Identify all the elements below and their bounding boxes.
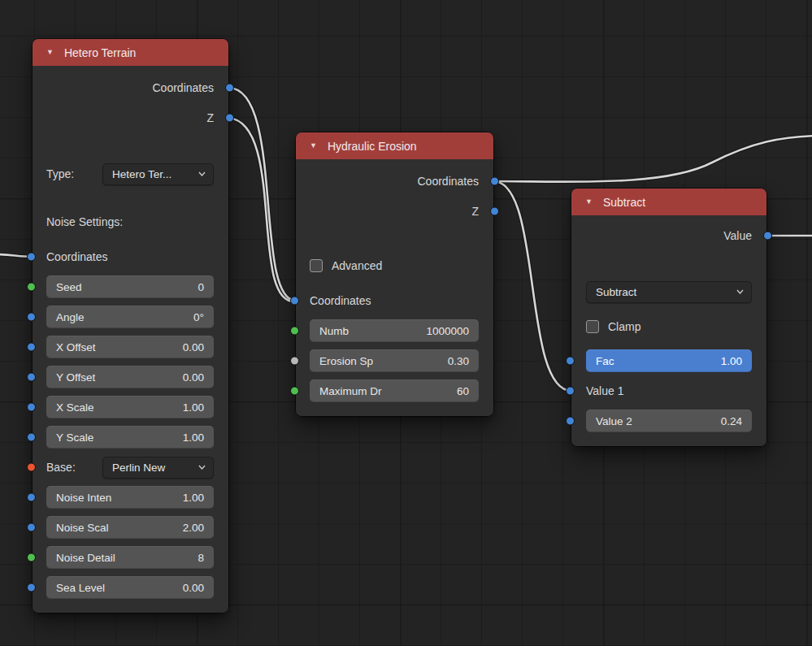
- x-offset-slider[interactable]: X Offset 0.00: [46, 336, 214, 358]
- input-base: Base: Perlin New: [46, 456, 214, 479]
- socket-input-y-scale[interactable]: [27, 433, 36, 442]
- field-value: 8: [198, 552, 204, 564]
- noise-intensity-slider[interactable]: Noise Inten 1.00: [46, 486, 214, 509]
- input-coordinates: Coordinates: [310, 289, 479, 312]
- node-editor-canvas[interactable]: ▼ Hetero Terrain Coordinates Z Type: Het…: [0, 0, 812, 646]
- socket-output-coordinates[interactable]: [490, 177, 499, 186]
- input-label: Value 1: [586, 384, 623, 397]
- field-label: Seed: [56, 281, 82, 293]
- field-label: Noise Inten: [56, 492, 111, 504]
- fac-slider[interactable]: Fac 1.00: [586, 349, 752, 372]
- socket-input-x-scale[interactable]: [27, 403, 36, 412]
- field-value: 0.00: [183, 341, 204, 353]
- input-y-scale: Y Scale 1.00: [46, 426, 214, 449]
- socket-input-base[interactable]: [27, 463, 36, 472]
- node-header-hetero-terrain[interactable]: ▼ Hetero Terrain: [33, 39, 228, 66]
- seed-slider[interactable]: Seed 0: [46, 275, 214, 298]
- field-label: X Offset: [56, 341, 96, 353]
- socket-output-coordinates[interactable]: [225, 84, 234, 93]
- socket-input-seed[interactable]: [27, 283, 36, 292]
- node-hetero-terrain[interactable]: ▼ Hetero Terrain Coordinates Z Type: Het…: [33, 39, 228, 613]
- input-sea-level: Sea Level 0.00: [46, 576, 214, 599]
- operation-dropdown[interactable]: Subtract: [586, 281, 752, 303]
- x-scale-slider[interactable]: X Scale 1.00: [46, 396, 214, 418]
- field-value: 1000000: [426, 325, 469, 337]
- field-value: 2.00: [183, 522, 204, 534]
- base-dropdown[interactable]: Perlin New: [102, 457, 214, 479]
- node-body: Value Subtract Clamp Fac 1.00: [571, 215, 766, 446]
- advanced-checkbox[interactable]: [310, 259, 323, 272]
- base-value: Perlin New: [112, 462, 165, 474]
- type-row: Type: Hetero Ter...: [46, 163, 214, 185]
- socket-input-fac[interactable]: [566, 357, 575, 366]
- socket-input-noise-scale[interactable]: [27, 523, 36, 532]
- value2-slider[interactable]: Value 2 0.24: [586, 410, 752, 432]
- collapse-arrow-icon[interactable]: ▼: [585, 198, 593, 206]
- sea-level-slider[interactable]: Sea Level 0.00: [46, 576, 214, 599]
- angle-slider[interactable]: Angle 0°: [46, 306, 214, 328]
- socket-input-value1[interactable]: [566, 387, 575, 396]
- socket-input-maximum-drops[interactable]: [290, 387, 299, 396]
- clamp-row: Clamp: [586, 315, 752, 338]
- base-label: Base:: [46, 461, 76, 474]
- node-title: Subtract: [603, 196, 645, 209]
- node-header-hydraulic-erosion[interactable]: ▼ Hydraulic Erosion: [296, 132, 493, 159]
- erosion-speed-slider[interactable]: Erosion Sp 0.30: [310, 349, 479, 372]
- clamp-checkbox[interactable]: [586, 320, 599, 333]
- node-subtract[interactable]: ▼ Subtract Value Subtract Clamp: [571, 189, 766, 446]
- output-label: Z: [206, 111, 214, 124]
- socket-input-erosion-speed[interactable]: [290, 357, 299, 366]
- input-number: Numb 1000000: [310, 319, 479, 342]
- noise-scale-slider[interactable]: Noise Scal 2.00: [46, 516, 214, 539]
- chevron-down-icon: [198, 171, 206, 176]
- socket-input-noise-detail[interactable]: [27, 553, 36, 562]
- checkbox-label: Advanced: [332, 259, 382, 272]
- node-hydraulic-erosion[interactable]: ▼ Hydraulic Erosion Coordinates Z Advanc…: [296, 132, 493, 416]
- socket-input-y-offset[interactable]: [27, 373, 36, 382]
- output-label: Coordinates: [418, 175, 480, 188]
- field-value: 1.00: [183, 431, 204, 444]
- socket-input-angle[interactable]: [27, 313, 36, 322]
- socket-input-noise-intensity[interactable]: [27, 493, 36, 502]
- node-body: Coordinates Z Advanced Coordinates Numb: [296, 159, 493, 416]
- input-label: Coordinates: [310, 294, 371, 307]
- input-coordinates: Coordinates: [46, 245, 214, 268]
- socket-input-x-offset[interactable]: [27, 343, 36, 352]
- socket-input-coordinates[interactable]: [27, 253, 36, 262]
- field-label: Erosion Sp: [319, 355, 373, 367]
- input-seed: Seed 0: [46, 275, 214, 298]
- operation-row: Subtract: [586, 280, 752, 303]
- field-label: Maximum Dr: [319, 385, 382, 397]
- input-x-scale: X Scale 1.00: [46, 396, 214, 418]
- field-value: 1.00: [721, 355, 742, 367]
- y-offset-slider[interactable]: Y Offset 0.00: [46, 366, 214, 388]
- node-title: Hydraulic Erosion: [328, 140, 417, 153]
- input-value1: Value 1: [586, 379, 752, 402]
- field-label: Value 2: [596, 415, 632, 427]
- field-value: 1.00: [183, 401, 204, 414]
- maximum-drops-slider[interactable]: Maximum Dr 60: [310, 379, 479, 402]
- type-dropdown[interactable]: Hetero Ter...: [102, 163, 214, 185]
- collapse-arrow-icon[interactable]: ▼: [310, 142, 317, 150]
- noise-settings-heading: Noise Settings:: [46, 210, 214, 233]
- output-label: Z: [471, 205, 479, 218]
- socket-input-value2[interactable]: [566, 417, 575, 426]
- y-scale-slider[interactable]: Y Scale 1.00: [46, 426, 214, 449]
- field-label: X Scale: [56, 401, 94, 414]
- socket-input-coordinates[interactable]: [290, 297, 299, 306]
- input-noise-intensity: Noise Inten 1.00: [46, 486, 214, 509]
- field-value: 0.00: [183, 582, 204, 594]
- input-noise-detail: Noise Detail 8: [46, 546, 214, 569]
- input-angle: Angle 0°: [46, 306, 214, 328]
- socket-input-number[interactable]: [290, 327, 299, 336]
- field-label: Y Scale: [56, 431, 93, 444]
- node-header-subtract[interactable]: ▼ Subtract: [571, 189, 766, 215]
- socket-output-z[interactable]: [225, 114, 234, 123]
- socket-input-sea-level[interactable]: [27, 583, 36, 592]
- noise-detail-slider[interactable]: Noise Detail 8: [46, 546, 214, 569]
- number-slider[interactable]: Numb 1000000: [310, 319, 479, 342]
- socket-output-value[interactable]: [763, 232, 772, 241]
- input-value2: Value 2 0.24: [586, 410, 752, 432]
- collapse-arrow-icon[interactable]: ▼: [46, 49, 54, 56]
- socket-output-z[interactable]: [490, 207, 499, 216]
